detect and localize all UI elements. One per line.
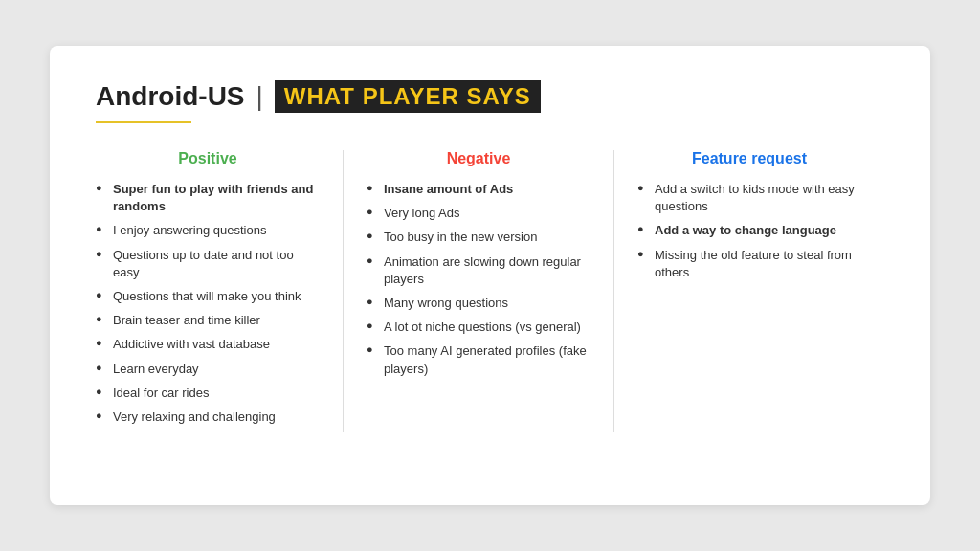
list-item: Very relaxing and challenging <box>96 408 320 426</box>
title-separator: | <box>256 81 263 112</box>
list-item: A lot ot niche questions (vs general) <box>367 319 590 336</box>
header-section: Android-US | WHAT PLAYER SAYS <box>96 80 884 123</box>
list-item: I enjoy answering questions <box>96 222 320 239</box>
list-item: Many wrong questions <box>367 295 590 312</box>
list-item: Learn everyday <box>96 361 320 378</box>
list-item: Too many AI generated profiles (fake pla… <box>367 342 590 377</box>
bullet-list-negative: Insane amount of AdsVery long AdsToo bus… <box>367 181 590 378</box>
columns-container: PositiveSuper fun to play with friends a… <box>96 150 884 432</box>
list-item: Animation are slowing down regular playe… <box>367 253 590 288</box>
title-underline <box>96 121 191 123</box>
col-header-positive: Positive <box>96 150 320 167</box>
title-row: Android-US | WHAT PLAYER SAYS <box>96 80 884 113</box>
list-item: Questions that will make you think <box>96 288 320 305</box>
bullet-list-positive: Super fun to play with friends and rando… <box>96 181 320 426</box>
list-item: Ideal for car rides <box>96 385 320 402</box>
list-item: Add a way to change language <box>637 222 861 239</box>
list-item: Addictive with vast database <box>96 336 320 353</box>
list-item: Add a switch to kids mode with easy ques… <box>637 181 861 215</box>
list-item: Too busy in the new version <box>367 229 590 246</box>
list-item: Brain teaser and time killer <box>96 312 320 329</box>
title-plain: Android-US <box>96 81 245 112</box>
title-highlight: WHAT PLAYER SAYS <box>275 80 541 113</box>
main-card: Android-US | WHAT PLAYER SAYS PositiveSu… <box>50 46 930 505</box>
col-header-feature: Feature request <box>637 150 861 167</box>
column-negative: NegativeInsane amount of AdsVery long Ad… <box>344 150 614 432</box>
list-item: Very long Ads <box>367 205 590 222</box>
list-item: Questions up to date and not too easy <box>96 247 320 281</box>
list-item: Super fun to play with friends and rando… <box>96 181 320 215</box>
list-item: Insane amount of Ads <box>367 181 590 198</box>
list-item: Missing the old feature to steal from ot… <box>637 247 861 281</box>
col-header-negative: Negative <box>367 150 590 167</box>
column-feature: Feature requestAdd a switch to kids mode… <box>614 150 884 432</box>
bullet-list-feature: Add a switch to kids mode with easy ques… <box>637 181 861 281</box>
column-positive: PositiveSuper fun to play with friends a… <box>96 150 344 432</box>
